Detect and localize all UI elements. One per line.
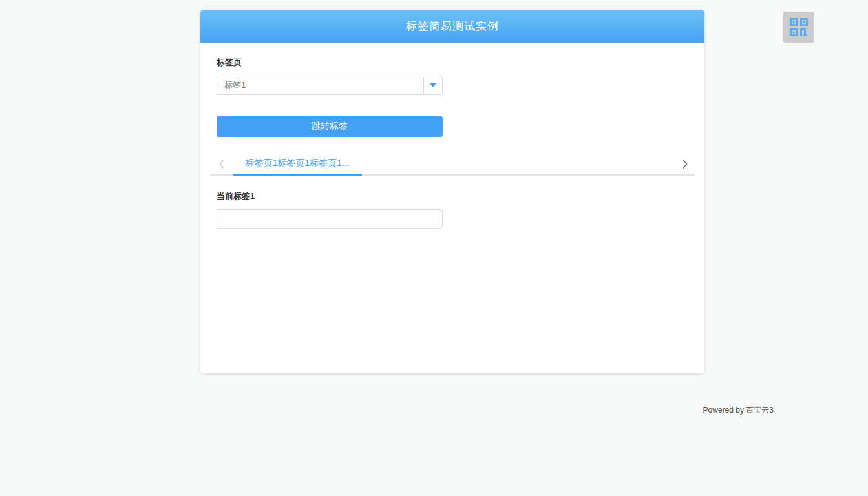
current-tab-input[interactable]: [217, 209, 443, 229]
chevron-right-icon: [681, 158, 689, 170]
tab-strip: 标签页1标签页1标签页1...: [210, 153, 695, 176]
current-tab-label: 当前标签1: [217, 191, 688, 202]
qr-code-button[interactable]: [783, 12, 814, 43]
tab-select-dropdown[interactable]: 标签1: [217, 76, 443, 95]
tab-item-active[interactable]: 标签页1标签页1标签页1...: [233, 153, 362, 176]
current-tab-group: 当前标签1: [217, 191, 688, 229]
page-title: 标签简易测试实例: [406, 19, 499, 34]
main-card: 标签简易测试实例 标签页 标签1 跳转标签 标签页1标签页1标签页1...: [200, 10, 704, 373]
caret-down-icon: [430, 83, 436, 87]
jump-tab-button[interactable]: 跳转标签: [217, 116, 443, 137]
tab-prev-button[interactable]: [210, 158, 233, 170]
dropdown-arrow-zone[interactable]: [423, 76, 442, 94]
card-body: 标签页 标签1 跳转标签 标签页1标签页1标签页1... 当前标签1: [200, 43, 704, 229]
powered-by-text: Powered by 百宝云3: [703, 405, 774, 416]
card-header: 标签简易测试实例: [200, 10, 704, 43]
chevron-left-icon: [218, 158, 226, 170]
qr-code-icon: [790, 18, 808, 36]
tab-next-button[interactable]: [675, 158, 695, 170]
tab-select-value: 标签1: [217, 76, 423, 94]
tab-select-label: 标签页: [217, 57, 688, 68]
